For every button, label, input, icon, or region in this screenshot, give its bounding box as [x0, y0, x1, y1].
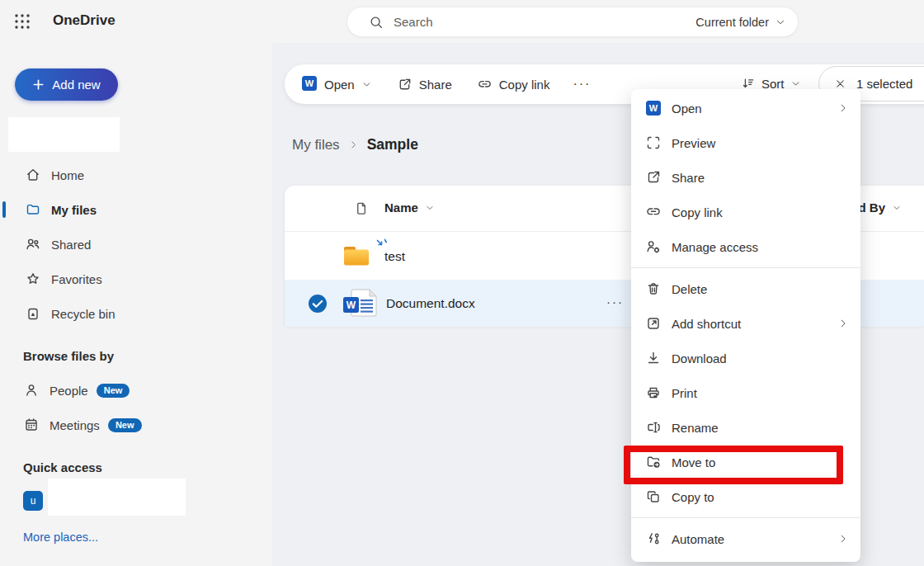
- menu-item-label: Rename: [672, 421, 849, 435]
- sidebar-item-label: People: [50, 384, 88, 398]
- redacted-quick-access-name[interactable]: [48, 479, 186, 516]
- add-new-button[interactable]: Add new: [15, 68, 118, 101]
- file-name: Document.docx: [386, 296, 475, 311]
- share-icon: [645, 169, 662, 186]
- menu-item-print[interactable]: Print: [631, 375, 860, 410]
- svg-text:W: W: [346, 300, 356, 311]
- menu-item-label: Download: [672, 351, 849, 366]
- file-type-column-icon[interactable]: [354, 200, 370, 216]
- top-bar: OneDrive Current folder: [0, 0, 924, 43]
- sidebar-item-label: Home: [51, 168, 84, 182]
- star-icon: [25, 271, 41, 287]
- selection-count-label: 1 selected: [856, 77, 912, 91]
- chevron-right-icon: [837, 318, 849, 329]
- sidebar-item-label: Meetings: [50, 418, 100, 432]
- home-icon: [25, 167, 41, 183]
- sidebar-item-my-files[interactable]: My files: [0, 192, 256, 227]
- chevron-down-icon: [790, 78, 801, 89]
- menu-item-delete[interactable]: Delete: [631, 271, 860, 306]
- menu-item-label: Copy link: [672, 205, 849, 219]
- menu-item-label: Add shortcut: [672, 317, 837, 331]
- search-icon: [369, 15, 384, 30]
- share-button[interactable]: Share: [387, 77, 462, 92]
- menu-item-copy-link[interactable]: Copy link: [631, 195, 860, 229]
- sidebar-item-favorites[interactable]: Favorites: [0, 262, 256, 296]
- menu-item-label: Preview: [672, 136, 849, 150]
- menu-item-move-to[interactable]: Move to: [631, 445, 860, 479]
- breadcrumb-my-files[interactable]: My files: [292, 137, 340, 153]
- sidebar-item-people[interactable]: People New: [0, 373, 256, 408]
- redacted-username: [8, 117, 120, 152]
- copy-to-icon: [645, 488, 662, 505]
- menu-item-label: Manage access: [672, 240, 849, 254]
- menu-item-open[interactable]: W Open: [631, 91, 860, 125]
- app-title[interactable]: OneDrive: [53, 12, 116, 29]
- chevron-right-icon: [348, 139, 359, 150]
- selected-check-icon[interactable]: [308, 294, 328, 317]
- menu-item-rename[interactable]: Rename: [631, 410, 860, 445]
- recycle-bin-icon: [25, 305, 41, 322]
- breadcrumb: My files Sample: [292, 136, 418, 153]
- menu-item-label: Open: [672, 101, 837, 116]
- link-icon: [477, 77, 493, 92]
- more-places-link[interactable]: More places...: [23, 531, 98, 544]
- open-button[interactable]: W Open: [293, 75, 380, 94]
- add-shortcut-icon: [645, 315, 662, 332]
- context-menu: W Open Preview Share Copy link: [631, 89, 860, 562]
- svg-text:W: W: [649, 103, 658, 113]
- menu-item-label: Move to: [672, 455, 849, 469]
- add-new-label: Add new: [52, 78, 100, 92]
- dismiss-icon[interactable]: [834, 78, 846, 90]
- row-more-button[interactable]: ···: [606, 295, 624, 309]
- menu-divider: [631, 267, 860, 268]
- search-scope-dropdown[interactable]: Current folder: [695, 16, 786, 29]
- menu-item-download[interactable]: Download: [631, 341, 860, 375]
- menu-item-add-shortcut[interactable]: Add shortcut: [631, 306, 860, 341]
- folder-icon: [342, 244, 370, 271]
- menu-item-share[interactable]: Share: [631, 160, 860, 195]
- calendar-icon: [23, 417, 40, 433]
- selection-indicator: [2, 201, 6, 218]
- chevron-down-icon: [425, 203, 435, 213]
- sort-label: Sort: [761, 77, 785, 91]
- person-icon: [23, 382, 40, 399]
- browse-files-by-heading: Browse files by: [23, 349, 114, 363]
- name-column-label: Name: [384, 200, 418, 215]
- toolbar-more-button[interactable]: ···: [563, 77, 601, 92]
- file-name: test: [384, 249, 405, 264]
- menu-item-automate[interactable]: Automate: [631, 521, 860, 556]
- chevron-right-icon: [837, 533, 849, 545]
- sidebar-item-meetings[interactable]: Meetings New: [0, 408, 256, 442]
- svg-text:W: W: [305, 78, 314, 88]
- chevron-down-icon: [775, 17, 786, 28]
- app-launcher-waffle-icon[interactable]: [13, 12, 31, 31]
- sidebar-item-recycle-bin[interactable]: Recycle bin: [0, 296, 256, 331]
- copy-link-button[interactable]: Copy link: [467, 77, 560, 92]
- menu-item-manage-access[interactable]: Manage access: [631, 229, 860, 264]
- delete-icon: [645, 281, 662, 297]
- chevron-down-icon: [361, 79, 372, 90]
- breadcrumb-current-folder: Sample: [367, 136, 418, 153]
- copy-link-label: Copy link: [499, 78, 550, 92]
- move-to-icon: [645, 454, 662, 470]
- link-icon: [645, 204, 662, 220]
- menu-item-label: Delete: [672, 282, 849, 296]
- new-badge: New: [108, 418, 142, 432]
- menu-item-copy-to[interactable]: Copy to: [631, 479, 860, 514]
- search-input[interactable]: [394, 15, 695, 29]
- quick-access-site-icon[interactable]: u: [23, 491, 43, 511]
- chevron-down-icon: [892, 203, 902, 213]
- folder-icon: [25, 201, 41, 218]
- search-bar[interactable]: Current folder: [346, 7, 799, 37]
- name-column-header[interactable]: Name: [384, 200, 435, 215]
- quick-access-heading: Quick access: [23, 460, 102, 474]
- menu-item-preview[interactable]: Preview: [631, 125, 860, 160]
- sidebar-item-shared[interactable]: Shared: [0, 227, 256, 262]
- chevron-right-icon: [837, 102, 849, 114]
- share-label: Share: [419, 78, 452, 92]
- sidebar-item-label: Favorites: [51, 272, 102, 286]
- menu-item-label: Automate: [672, 532, 837, 546]
- sidebar-item-home[interactable]: Home: [0, 158, 256, 192]
- word-file-icon: W: [343, 289, 380, 321]
- word-icon: W: [645, 100, 662, 116]
